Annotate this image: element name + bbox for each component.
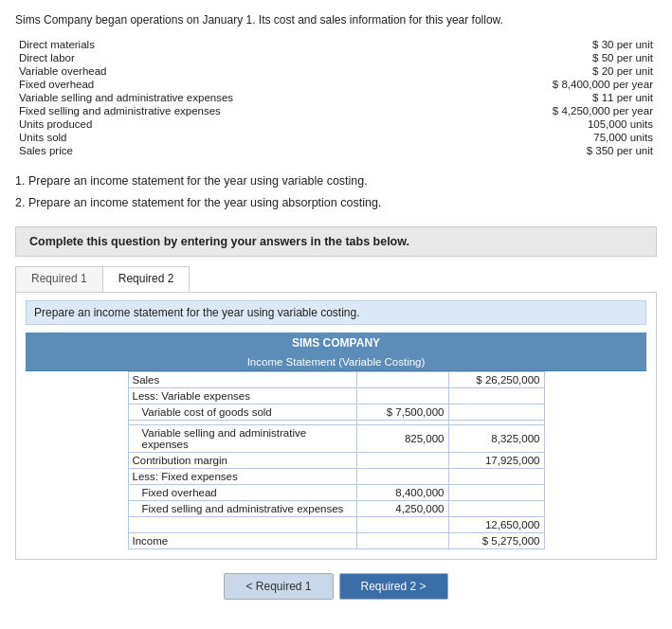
next-button[interactable]: Required 2 > [339,573,448,600]
instruction-line2: 2. Prepare an income statement for the y… [15,192,657,214]
cost-value: $ 350 per unit [368,144,657,157]
stmt-row: Less: Variable expenses [128,388,544,404]
stmt-row: Variable cost of goods sold $ 7,500,000 [128,404,544,421]
stmt-mid [356,469,448,485]
cost-value: 75,000 units [368,131,657,144]
stmt-row: Income $ 5,275,000 [128,533,544,549]
stmt-row: Fixed overhead 8,400,000 [128,485,544,501]
stmt-row: 12,650,000 [128,517,544,533]
cost-label: Units produced [15,117,368,131]
stmt-label: Variable selling and administrative expe… [128,425,356,453]
prev-button[interactable]: < Required 1 [224,573,333,600]
cost-row: Fixed overhead$ 8,400,000 per year [15,78,657,91]
income-statement-table: Sales $ 26,250,000 Less: Variable expens… [128,371,545,549]
cost-row: Direct labor$ 50 per unit [15,51,657,64]
cost-row: Fixed selling and administrative expense… [15,104,657,117]
stmt-right: 17,925,000 [448,453,544,469]
stmt-mid [356,453,448,469]
stmt-right: 8,325,000 [448,425,544,453]
instruction-line1: 1. Prepare an income statement for the y… [15,171,657,192]
bottom-nav: < Required 1 Required 2 > [15,573,657,600]
cost-label: Variable selling and administrative expe… [15,91,368,104]
cost-row: Units sold75,000 units [15,131,657,144]
stmt-label: Less: Variable expenses [128,388,356,404]
cost-label: Units sold [15,131,368,144]
stmt-mid: 8,400,000 [356,485,448,501]
cost-row: Variable overhead$ 20 per unit [15,64,657,78]
stmt-right [448,485,544,501]
cost-label: Sales price [15,144,368,157]
stmt-label: Income [128,533,356,549]
stmt-row: Variable selling and administrative expe… [128,425,544,453]
stmt-mid: 4,250,000 [356,501,448,517]
cost-value: 105,000 units [368,117,657,131]
stmt-mid [356,517,448,533]
stmt-label: Variable cost of goods sold [128,404,356,421]
stmt-row: Less: Fixed expenses [128,469,544,485]
stmt-label: Less: Fixed expenses [128,469,356,485]
stmt-right: $ 5,275,000 [448,533,544,549]
stmt-right [448,388,544,404]
tab-required2[interactable]: Required 2 [103,267,190,292]
stmt-row: Sales $ 26,250,000 [128,372,544,388]
cost-value: $ 11 per unit [368,91,657,104]
stmt-right: $ 26,250,000 [448,372,544,388]
stmt-mid [356,372,448,388]
stmt-row: Contribution margin 17,925,000 [128,453,544,469]
cost-label: Direct materials [15,38,368,51]
stmt-mid [356,533,448,549]
stmt-mid: $ 7,500,000 [356,404,448,421]
tab-content: Prepare an income statement for the year… [15,292,657,560]
tab-description: Prepare an income statement for the year… [26,300,646,325]
tab-required1[interactable]: Required 1 [16,267,103,292]
cost-row: Variable selling and administrative expe… [15,91,657,104]
cost-value: $ 8,400,000 per year [368,78,657,91]
cost-value: $ 30 per unit [368,38,657,51]
cost-row: Units produced105,000 units [15,117,657,131]
stmt-right [448,469,544,485]
cost-label: Fixed overhead [15,78,368,91]
stmt-right [448,404,544,421]
tabs-row: Required 1 Required 2 [15,266,190,292]
cost-value: $ 20 per unit [368,64,657,78]
cost-row: Sales price$ 350 per unit [15,144,657,157]
stmt-label [128,517,356,533]
instructions: 1. Prepare an income statement for the y… [15,171,657,213]
stmt-right [448,501,544,517]
stmt-right: 12,650,000 [448,517,544,533]
cost-label: Variable overhead [15,64,368,78]
cost-label: Fixed selling and administrative expense… [15,104,368,117]
stmt-label: Sales [128,372,356,388]
cost-label: Direct labor [15,51,368,64]
cost-row: Direct materials$ 30 per unit [15,38,657,51]
stmt-label: Contribution margin [128,453,356,469]
intro-text: Sims Company began operations on January… [15,11,657,28]
cost-info-table: Direct materials$ 30 per unitDirect labo… [15,38,657,157]
stmt-label: Fixed overhead [128,485,356,501]
cost-value: $ 50 per unit [368,51,657,64]
complete-box: Complete this question by entering your … [15,226,657,257]
statement-company: SIMS COMPANY [26,332,646,353]
stmt-mid [356,388,448,404]
statement-title: Income Statement (Variable Costing) [26,353,646,371]
stmt-row: Fixed selling and administrative expense… [128,501,544,517]
stmt-label: Fixed selling and administrative expense… [128,501,356,517]
stmt-mid: 825,000 [356,425,448,453]
cost-value: $ 4,250,000 per year [368,104,657,117]
